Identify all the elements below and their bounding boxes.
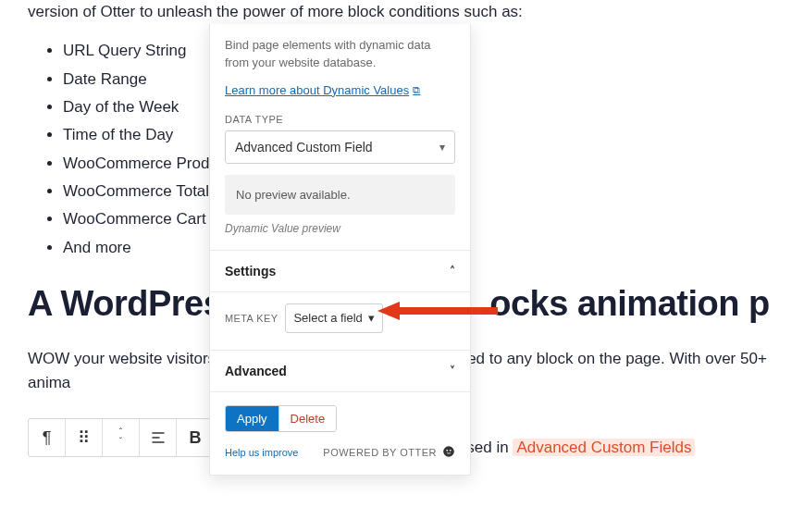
meta-key-select[interactable]: Select a field ▾ <box>285 303 382 333</box>
apply-button[interactable]: Apply <box>226 406 278 431</box>
settings-header[interactable]: Settings ˄ <box>210 251 470 292</box>
settings-body: META KEY Select a field ▾ <box>210 292 470 351</box>
chevron-down-icon: ▾ <box>439 141 445 154</box>
external-link-icon: ⧉ <box>413 84 420 96</box>
chevron-down-icon: ˅ <box>450 365 455 377</box>
panel-footer: Apply Delete Help us improve POWERED BY … <box>210 392 470 475</box>
svg-point-0 <box>443 446 454 457</box>
align-icon[interactable] <box>140 419 177 456</box>
help-link[interactable]: Help us improve <box>225 447 298 458</box>
data-type-select[interactable]: Advanced Custom Field ▾ <box>225 130 455 164</box>
chevron-down-icon: ▾ <box>368 311 375 325</box>
preview-caption: Dynamic Value preview <box>225 222 455 235</box>
chevron-up-icon: ˄ <box>450 265 455 278</box>
paragraph-icon[interactable]: ¶ <box>29 419 66 456</box>
bold-icon[interactable]: B <box>177 419 214 456</box>
data-type-label: DATA TYPE <box>225 114 455 125</box>
dynamic-values-panel: Bind page elements with dynamic data fro… <box>209 24 471 476</box>
powered-by-label: POWERED BY OTTER <box>323 445 455 460</box>
intro-paragraph: version of Otter to unleash the power of… <box>28 0 776 24</box>
learn-more-link[interactable]: Learn more about Dynamic Values ⧉ <box>225 83 420 97</box>
panel-description: Bind page elements with dynamic data fro… <box>225 37 455 72</box>
otter-icon <box>442 445 455 460</box>
delete-button[interactable]: Delete <box>278 406 337 431</box>
drag-handle-icon[interactable]: ⠿ <box>66 419 103 456</box>
dynamic-value-highlight[interactable]: Advanced Custom Fields <box>513 439 695 456</box>
preview-box: No preview available. <box>225 175 455 215</box>
svg-point-2 <box>450 450 451 452</box>
move-block-icon[interactable]: ˆˇ <box>103 419 140 456</box>
block-toolbar: ¶ ⠿ ˆˇ B <box>28 418 215 457</box>
advanced-header[interactable]: Advanced ˅ <box>210 351 470 392</box>
svg-point-1 <box>446 450 448 452</box>
action-buttons: Apply Delete <box>225 405 337 432</box>
meta-key-label: META KEY <box>225 313 278 324</box>
